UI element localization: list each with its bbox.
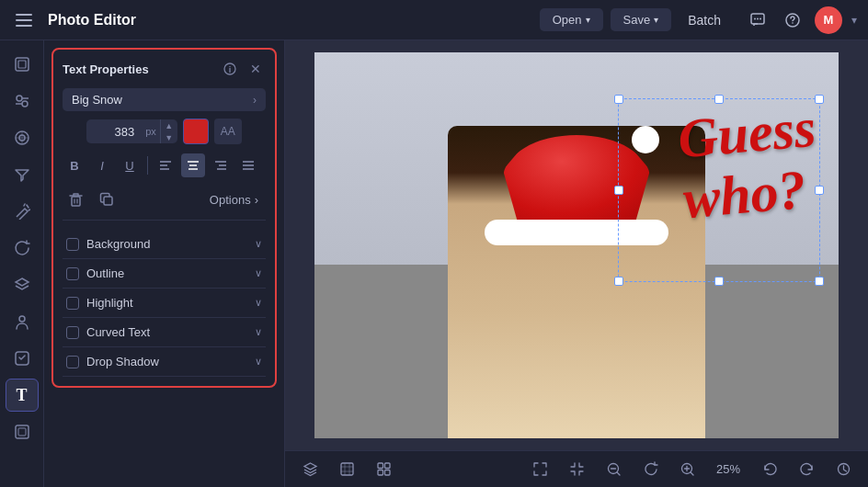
italic-button[interactable]: I: [90, 153, 114, 177]
sidebar-item-effects[interactable]: [6, 121, 39, 154]
highlight-label: Highlight: [86, 296, 247, 310]
svg-point-8: [792, 22, 794, 24]
app-title: Photo Editor: [48, 12, 136, 28]
svg-point-12: [22, 101, 28, 107]
sidebar-item-text[interactable]: T: [6, 379, 39, 412]
sidebar-item-filter[interactable]: [6, 158, 39, 191]
size-unit: px: [142, 126, 160, 137]
accordion-outline: Outline ∨: [63, 259, 266, 289]
align-left-button[interactable]: [154, 153, 177, 177]
drop-shadow-checkbox[interactable]: [66, 356, 79, 368]
font-arrow-icon: ›: [253, 94, 257, 107]
accordion-background-header[interactable]: Background ∨: [63, 230, 266, 258]
text-color-swatch[interactable]: [183, 119, 209, 144]
chat-icon-button[interactable]: [745, 7, 771, 33]
rotate-reset-button[interactable]: [636, 456, 664, 483]
sidebar-item-transform[interactable]: [6, 232, 39, 265]
sidebar-item-magic[interactable]: [6, 195, 39, 228]
canvas-area: Guess who?: [285, 40, 868, 487]
outline-checkbox[interactable]: [66, 267, 79, 280]
selection-handle-tc[interactable]: [714, 95, 724, 104]
frame-bottom-button[interactable]: [333, 456, 360, 483]
sidebar-item-adjust[interactable]: [6, 85, 39, 118]
sidebar-item-people[interactable]: [6, 305, 39, 338]
info-button[interactable]: [220, 59, 240, 79]
size-decrement-button[interactable]: ▼: [161, 131, 177, 143]
svg-rect-43: [378, 470, 383, 476]
expand-button[interactable]: [526, 456, 554, 483]
shrink-button[interactable]: [563, 456, 590, 483]
font-selector[interactable]: Big Snow ›: [63, 88, 266, 111]
text-properties-box: Text Properties ✕ Big Snow ›: [51, 48, 277, 388]
delete-button[interactable]: [63, 187, 88, 212]
svg-rect-0: [16, 14, 32, 16]
accordion-highlight: Highlight ∨: [63, 289, 266, 318]
background-checkbox[interactable]: [66, 238, 79, 251]
grid-bottom-button[interactable]: [370, 456, 397, 483]
underline-button[interactable]: U: [118, 153, 142, 177]
accordion-highlight-header[interactable]: Highlight ∨: [63, 289, 266, 317]
sidebar-item-layers[interactable]: [6, 268, 39, 301]
font-size-group: px ▲ ▼: [86, 119, 177, 143]
svg-rect-19: [16, 425, 29, 438]
sidebar-item-sticker[interactable]: [6, 342, 39, 375]
accordion-curved-text: Curved Text ∨: [63, 318, 266, 347]
batch-button[interactable]: Batch: [679, 8, 730, 32]
align-right-button[interactable]: [209, 153, 233, 177]
layers-bottom-button[interactable]: [296, 456, 324, 483]
selection-handle-bl[interactable]: [614, 277, 623, 286]
align-justify-button[interactable]: [236, 153, 260, 177]
sidebar-item-shapes[interactable]: [6, 48, 39, 81]
svg-rect-10: [18, 61, 26, 68]
svg-rect-44: [384, 470, 390, 476]
drop-shadow-chevron-icon: ∨: [255, 356, 262, 368]
svg-point-17: [19, 316, 25, 322]
align-center-button[interactable]: [181, 153, 205, 177]
selection-handle-tl[interactable]: [614, 95, 623, 104]
text-tool-icon: T: [16, 386, 27, 405]
svg-rect-9: [16, 58, 29, 71]
help-icon-button[interactable]: [780, 7, 805, 33]
selection-handle-br[interactable]: [815, 277, 824, 286]
accordion: Background ∨ Outline ∨ Highlight ∨: [63, 230, 266, 377]
save-button[interactable]: Save ▾: [611, 8, 672, 31]
background-label: Background: [86, 237, 247, 251]
svg-point-5: [757, 17, 759, 19]
undo-button[interactable]: [756, 456, 783, 483]
highlight-checkbox[interactable]: [66, 297, 79, 310]
canvas-text[interactable]: Guess who?: [676, 97, 824, 231]
font-name: Big Snow: [72, 93, 122, 107]
text-properties-panel: Text Properties ✕ Big Snow ›: [44, 40, 285, 487]
zoom-in-button[interactable]: [673, 456, 701, 483]
history-button[interactable]: [829, 456, 857, 483]
accordion-curved-text-header[interactable]: Curved Text ∨: [63, 318, 266, 346]
outline-label: Outline: [86, 266, 247, 280]
user-avatar[interactable]: M: [815, 6, 842, 34]
sidebar-item-frame[interactable]: [6, 415, 39, 448]
bottombar: 25%: [285, 450, 868, 487]
close-panel-button[interactable]: ✕: [246, 59, 266, 79]
curved-text-chevron-icon: ∨: [255, 326, 262, 338]
svg-rect-20: [18, 428, 26, 436]
text-case-button[interactable]: AA: [214, 119, 242, 144]
size-increment-button[interactable]: ▲: [161, 119, 177, 131]
duplicate-button[interactable]: [94, 187, 120, 212]
canvas-container[interactable]: Guess who?: [285, 40, 868, 450]
selection-handle-bc[interactable]: [714, 277, 724, 286]
selection-handle-tr[interactable]: [815, 95, 824, 104]
accordion-outline-header[interactable]: Outline ∨: [63, 259, 266, 288]
svg-line-47: [617, 472, 620, 475]
accordion-drop-shadow-header[interactable]: Drop Shadow ∨: [63, 347, 266, 376]
menu-button[interactable]: [11, 7, 37, 33]
font-size-input[interactable]: [86, 120, 142, 143]
open-button[interactable]: Open ▾: [540, 8, 603, 31]
svg-line-51: [691, 472, 693, 475]
main-area: T Text Properties: [0, 40, 868, 487]
selection-handle-lc[interactable]: [614, 186, 623, 195]
redo-button[interactable]: [793, 456, 820, 483]
zoom-out-button[interactable]: [600, 456, 627, 483]
bold-button[interactable]: B: [63, 153, 86, 177]
curved-text-checkbox[interactable]: [66, 326, 79, 339]
options-button[interactable]: Options ›: [202, 189, 266, 210]
svg-rect-36: [72, 197, 80, 206]
